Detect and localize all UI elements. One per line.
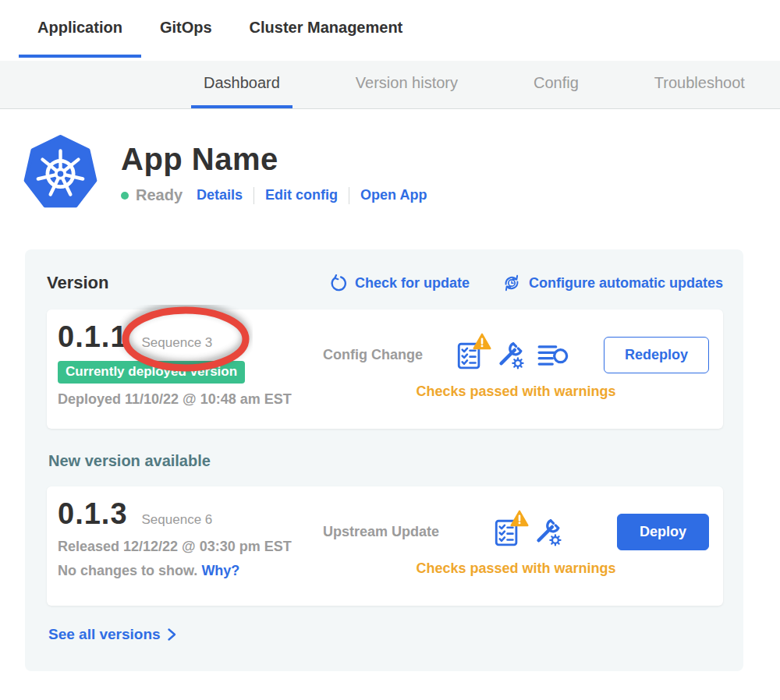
see-all-versions-link[interactable]: See all versions [48,626,723,643]
auto-update-clock-icon [502,274,521,292]
no-changes-text: No changes to show. [58,563,197,578]
tab-dashboard[interactable]: Dashboard [191,61,292,108]
new-version-type: Upstream Update [323,524,439,540]
primary-nav: Application GitOps Cluster Management [0,0,780,61]
wrench-gear-icon[interactable] [533,517,562,548]
check-for-update-label: Check for update [355,275,470,292]
deploy-button[interactable]: Deploy [617,514,709,550]
chevron-right-icon [167,628,177,642]
why-link[interactable]: Why? [201,563,239,578]
new-version-number: 0.1.3 [58,497,128,531]
warning-triangle-icon [510,510,529,527]
status-text: Ready [136,186,183,204]
divider [349,187,349,204]
new-version-card: 0.1.3 Sequence 6 Released 12/12/22 @ 03:… [47,486,723,606]
wrench-gear-icon[interactable] [495,340,525,371]
redeploy-button[interactable]: Redeploy [604,337,709,373]
configure-automatic-updates-button[interactable]: Configure automatic updates [502,274,723,292]
current-version-number: 0.1.1 [58,320,128,354]
released-timestamp: Released 12/12/22 @ 03:30 pm EST [58,539,323,555]
new-checks-status: Checks passed with warnings [323,560,709,577]
secondary-nav: Dashboard Version history Config Trouble… [0,61,780,109]
current-version-type: Config Change [323,347,423,363]
configure-automatic-updates-label: Configure automatic updates [529,275,723,292]
divider [254,187,254,204]
status-dot [121,192,129,200]
tab-gitops[interactable]: GitOps [141,0,231,58]
current-checks-status: Checks passed with warnings [323,384,709,400]
currently-deployed-badge: Currently deployed version [58,361,245,384]
current-version-card: 0.1.1 Sequence 3 Currently deployed vers… [47,309,723,429]
edit-config-link[interactable]: Edit config [265,187,338,203]
app-name-title: App Name [121,142,427,177]
new-version-sequence: Sequence 6 [142,512,213,528]
tab-cluster-management[interactable]: Cluster Management [231,0,422,58]
tab-application[interactable]: Application [19,0,141,58]
refresh-icon [329,274,347,292]
preflight-checks-icon[interactable] [495,518,520,546]
tab-config[interactable]: Config [521,61,591,108]
tab-version-history[interactable]: Version history [343,61,470,108]
app-header: App Name Ready Details Edit config Open … [23,134,780,212]
preflight-checks-icon[interactable] [457,341,483,369]
current-version-sequence: Sequence 3 [142,335,213,351]
version-panel: Version Check for update [25,249,743,671]
see-all-versions-label: See all versions [48,626,161,643]
diff-magnifier-icon[interactable] [537,342,569,369]
kubernetes-logo [23,134,98,212]
new-version-available-heading: New version available [48,452,723,470]
deployed-timestamp: Deployed 11/10/22 @ 10:48 am EST [58,391,323,408]
check-for-update-button[interactable]: Check for update [329,274,470,292]
warning-triangle-icon [473,333,491,350]
open-app-link[interactable]: Open App [360,187,427,203]
details-link[interactable]: Details [197,187,243,203]
tab-troubleshoot[interactable]: Troubleshoot [642,61,757,108]
version-heading: Version [47,273,108,293]
